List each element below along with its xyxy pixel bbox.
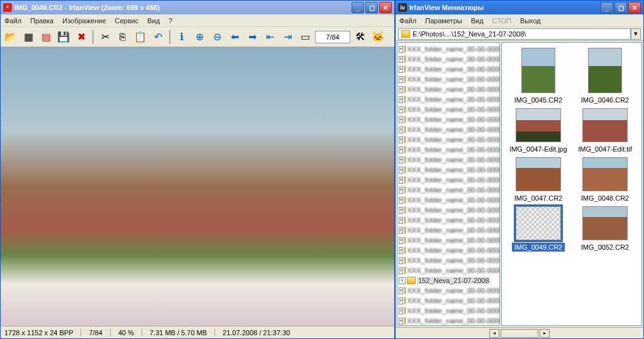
scroll-right-button[interactable]: ▸ xyxy=(540,329,550,338)
tree-item[interactable]: +XXX_folder_name_00-00-0000 xyxy=(399,125,498,135)
next-icon[interactable]: ➡ xyxy=(245,30,260,45)
tree-item[interactable]: +XXX_folder_name_00-00-0000 xyxy=(399,44,498,54)
tree-item[interactable]: +XXX_folder_name_00-00-0000 xyxy=(399,64,498,74)
minimize-button[interactable]: _ xyxy=(601,2,613,13)
tree-item[interactable]: +XXX_folder_name_00-00-0000 xyxy=(399,114,498,125)
path-input[interactable]: E:\Photos\…\152_Neva_21-07-2008\ xyxy=(398,28,631,40)
slideshow-icon[interactable]: ▦ xyxy=(21,30,36,45)
tree-item[interactable]: +XXX_folder_name_00-00-0000 xyxy=(399,235,498,245)
tree-item-selected[interactable]: +152_Neva_21-07-2008 xyxy=(399,275,498,286)
thumbnail-grid[interactable]: IMG_0045.CR2IMG_0046.CR2IMG_0047-Edit.jp… xyxy=(501,42,642,326)
last-icon[interactable]: ⇥ xyxy=(280,30,295,45)
expand-icon[interactable]: + xyxy=(399,187,403,194)
expand-icon[interactable]: + xyxy=(399,126,403,133)
fullscreen-icon[interactable]: ▭ xyxy=(297,30,313,45)
maximize-button[interactable]: ▢ xyxy=(614,2,627,13)
tree-item[interactable]: +XXX_folder_name_00-00-0000 xyxy=(399,104,498,114)
expand-icon[interactable]: + xyxy=(399,267,403,274)
thumbnail-cell[interactable]: IMG_0045.CR2 xyxy=(507,48,570,104)
thumbnail-cell[interactable]: IMG_0046.CR2 xyxy=(574,48,636,104)
tree-item[interactable]: +XXX_folder_name_00-00-0000 xyxy=(399,255,498,265)
tree-item[interactable]: +XXX_folder_name_00-00-0000 xyxy=(399,316,498,326)
thumbnail-cell[interactable]: IMG_0047-Edit.jpg xyxy=(507,108,570,153)
expand-icon[interactable]: + xyxy=(399,227,403,234)
folder-tree[interactable]: +XXX_folder_name_00-00-0000+XXX_folder_n… xyxy=(397,42,500,326)
zoom-in-icon[interactable]: ⊕ xyxy=(192,30,207,45)
expand-icon[interactable]: + xyxy=(399,157,403,164)
expand-icon[interactable]: + xyxy=(399,207,403,214)
image-viewport[interactable] xyxy=(1,47,394,326)
menu-file[interactable]: Файл xyxy=(399,17,416,25)
maximize-button[interactable]: ▢ xyxy=(365,2,378,13)
save-icon[interactable]: 💾 xyxy=(56,30,71,45)
scroll-thumb[interactable] xyxy=(501,329,538,338)
tree-item[interactable]: +XXX_folder_name_00-00-0000 xyxy=(399,165,498,175)
bottom-scrollbar[interactable]: ◂ ▸ xyxy=(396,327,643,338)
tree-item[interactable]: +XXX_folder_name_00-00-0000 xyxy=(399,74,498,84)
menu-edit[interactable]: Правка xyxy=(30,17,53,25)
tree-item[interactable]: +XXX_folder_name_00-00-0000 xyxy=(399,185,498,195)
expand-icon[interactable]: + xyxy=(399,46,403,53)
thumbnail-cell[interactable]: IMG_0048.CR2 xyxy=(574,157,636,203)
expand-icon[interactable]: + xyxy=(399,197,403,204)
menu-help[interactable]: ? xyxy=(169,17,172,25)
thumbnail-cell[interactable]: IMG_0049.CR2 xyxy=(507,206,570,252)
tree-item[interactable]: +XXX_folder_name_00-00-0000 xyxy=(399,306,498,316)
menu-params[interactable]: Параметры xyxy=(425,17,462,25)
menu-exit[interactable]: Выход xyxy=(520,17,541,25)
tree-item[interactable]: +XXX_folder_name_00-00-0000 xyxy=(399,135,498,145)
paste-icon[interactable]: 📋 xyxy=(133,30,148,45)
tree-item[interactable]: +XXX_folder_name_00-00-0000 xyxy=(399,155,498,165)
first-icon[interactable]: ⇤ xyxy=(262,30,277,45)
expand-icon[interactable]: + xyxy=(399,217,403,224)
delete-icon[interactable]: ✖ xyxy=(74,30,89,45)
tree-item[interactable]: +XXX_folder_name_00-00-0000 xyxy=(399,145,498,155)
menu-service[interactable]: Сервис xyxy=(115,17,139,25)
close-button[interactable]: ✕ xyxy=(628,2,641,13)
close-button[interactable]: ✕ xyxy=(379,2,392,13)
path-dropdown-button[interactable]: ▾ xyxy=(631,28,641,40)
scroll-left-button[interactable]: ◂ xyxy=(489,329,499,338)
expand-icon[interactable]: + xyxy=(399,237,403,244)
minimize-button[interactable]: _ xyxy=(352,2,364,13)
expand-icon[interactable]: + xyxy=(399,96,403,103)
thumbnail-cell[interactable]: IMG_0047.CR2 xyxy=(507,157,570,203)
tree-item[interactable]: +XXX_folder_name_00-00-0000 xyxy=(399,296,498,306)
copy-icon[interactable]: ⎘ xyxy=(115,30,130,45)
thumbnail-cell[interactable]: IMG_0052.CR2 xyxy=(574,206,636,252)
expand-icon[interactable]: + xyxy=(399,136,403,143)
expand-icon[interactable]: + xyxy=(399,66,403,73)
menu-view[interactable]: Вид xyxy=(147,17,160,25)
zoom-out-icon[interactable]: ⊖ xyxy=(209,30,225,45)
tree-item[interactable]: +XXX_folder_name_00-00-0000 xyxy=(399,265,498,275)
tree-item[interactable]: +XXX_folder_name_00-00-0000 xyxy=(399,245,498,255)
expand-icon[interactable]: + xyxy=(399,177,403,184)
expand-icon[interactable]: + xyxy=(399,116,403,123)
undo-icon[interactable]: ↶ xyxy=(150,30,165,45)
tree-item[interactable]: +XXX_folder_name_00-00-0000 xyxy=(399,94,498,104)
expand-icon[interactable]: + xyxy=(399,247,403,254)
page-counter-input[interactable] xyxy=(315,31,350,43)
expand-icon[interactable]: + xyxy=(399,308,403,314)
thumbnail-cell[interactable]: IMG_0047-Edit.tif xyxy=(574,108,636,153)
expand-icon[interactable]: + xyxy=(399,86,403,93)
expand-icon[interactable]: + xyxy=(399,76,403,83)
expand-icon[interactable]: + xyxy=(399,277,406,284)
tree-item[interactable]: +XXX_folder_name_00-00-0000 xyxy=(399,54,498,64)
menu-file[interactable]: Файл xyxy=(4,17,21,25)
tree-item[interactable]: +XXX_folder_name_00-00-0000 xyxy=(399,205,498,215)
about-icon[interactable]: ℹ xyxy=(174,30,189,45)
tree-item[interactable]: +XXX_folder_name_00-00-0000 xyxy=(399,84,498,94)
expand-icon[interactable]: + xyxy=(399,297,403,304)
tree-item[interactable]: +XXX_folder_name_00-00-0000 xyxy=(399,175,498,185)
expand-icon[interactable]: + xyxy=(399,167,403,174)
expand-icon[interactable]: + xyxy=(399,318,403,325)
cats-icon[interactable]: 🐱 xyxy=(370,30,386,45)
expand-icon[interactable]: + xyxy=(399,287,403,294)
expand-icon[interactable]: + xyxy=(399,106,403,113)
expand-icon[interactable]: + xyxy=(399,257,403,264)
expand-icon[interactable]: + xyxy=(399,147,403,153)
settings-icon[interactable]: 🛠 xyxy=(353,30,368,45)
tree-item[interactable]: +XXX_folder_name_00-00-0000 xyxy=(399,225,498,235)
menu-image[interactable]: Изображение xyxy=(62,17,106,25)
